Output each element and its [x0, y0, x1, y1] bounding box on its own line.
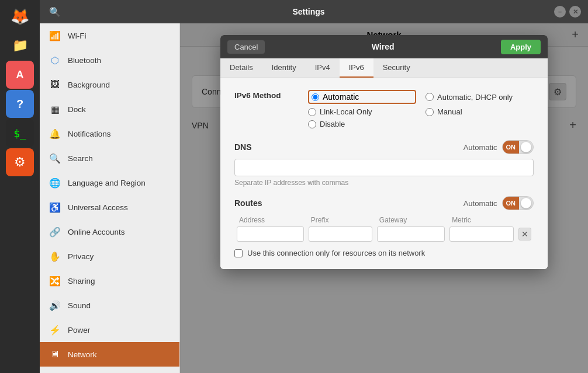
- app-settings[interactable]: ⚙: [6, 148, 34, 176]
- connection-only-label: Use this connection only for resources o…: [247, 249, 425, 257]
- sidebar-item-wifi[interactable]: 📶 Wi-Fi: [40, 23, 179, 48]
- route-address-input[interactable]: [237, 226, 304, 242]
- sidebar-item-bluetooth-label: Bluetooth: [68, 56, 101, 65]
- radio-automatic-dhcp-option[interactable]: Automatic, DHCP only: [426, 90, 534, 104]
- dns-label: DNS: [234, 142, 464, 152]
- online-icon: 🔗: [49, 226, 61, 238]
- route-gateway-input[interactable]: [377, 226, 445, 242]
- sidebar-item-search[interactable]: 🔍 Search: [40, 146, 179, 170]
- dns-input[interactable]: [234, 159, 534, 176]
- routes-toggle-on-label: ON: [503, 197, 520, 210]
- sidebar-item-sound[interactable]: 🔊 Sound: [40, 293, 179, 318]
- dns-section: DNS Automatic ON Separate IP addresses w…: [234, 140, 534, 187]
- app-help[interactable]: ?: [6, 90, 34, 118]
- radio-link-local-label: Link-Local Only: [320, 107, 372, 116]
- sidebar-item-sharing[interactable]: 🔀 Sharing: [40, 269, 179, 293]
- routes-label: Routes: [234, 198, 464, 208]
- modal-tabs: Details Identity IPv4 IPv6 Security: [220, 58, 548, 78]
- sidebar-item-dock[interactable]: ▦ Dock: [40, 97, 179, 121]
- privacy-icon: ✋: [49, 250, 61, 262]
- dns-row: DNS Automatic ON: [234, 140, 534, 154]
- sidebar-item-bluetooth[interactable]: ⬡ Bluetooth: [40, 48, 179, 72]
- sidebar-item-notifications[interactable]: 🔔 Notifications: [40, 121, 179, 146]
- sidebar-item-sound-label: Sound: [68, 301, 91, 310]
- routes-auto-label: Automatic: [464, 199, 497, 208]
- modal-apply-button[interactable]: Apply: [501, 40, 541, 54]
- radio-automatic[interactable]: [312, 93, 319, 101]
- sidebar-item-sharing-label: Sharing: [68, 277, 95, 285]
- radio-link-local[interactable]: [308, 108, 316, 116]
- power-icon: ⚡: [49, 324, 61, 336]
- sidebar-item-notifications-label: Notifications: [68, 130, 111, 138]
- app-firefox[interactable]: 🦊: [6, 2, 34, 30]
- settings-window: 🔍 Settings – ✕ 📶 Wi-Fi ⬡ Bluetooth 🖼 Bac…: [40, 0, 588, 373]
- sharing-icon: 🔀: [49, 275, 61, 287]
- content-panel: Network + Wired Connected ON ⚙: [180, 23, 588, 373]
- sidebar-item-online[interactable]: 🔗 Online Accounts: [40, 219, 179, 244]
- radio-link-local-option[interactable]: Link-Local Only: [308, 107, 416, 116]
- tab-details[interactable]: Details: [220, 58, 262, 78]
- app-terminal[interactable]: $_: [6, 119, 34, 147]
- modal-cancel-button[interactable]: Cancel: [227, 40, 265, 54]
- radio-manual-option[interactable]: Manual: [426, 107, 534, 116]
- dns-toggle-thumb: [521, 142, 531, 152]
- routes-col-gateway: Gateway: [375, 215, 447, 225]
- sound-icon: 🔊: [49, 299, 61, 311]
- sidebar-item-power[interactable]: ⚡ Power: [40, 318, 179, 342]
- bluetooth-icon: ⬡: [49, 54, 61, 66]
- dock-icon: ▦: [49, 103, 61, 115]
- topbar-controls: – ✕: [554, 6, 581, 18]
- connection-only-checkbox[interactable]: [234, 249, 243, 257]
- wired-config-modal: Cancel Wired Apply Details Identity IPv4…: [220, 35, 548, 269]
- ipv6-method-options: Automatic Automatic, DHCP only: [308, 90, 534, 128]
- language-icon: 🌐: [49, 177, 61, 189]
- radio-automatic-option[interactable]: Automatic: [308, 90, 416, 104]
- app-dock: 🦊 📁 A ? $_ ⚙: [0, 0, 40, 373]
- topbar: 🔍 Settings – ✕: [40, 0, 588, 23]
- route-prefix-input[interactable]: [309, 226, 372, 242]
- radio-manual[interactable]: [426, 108, 434, 116]
- radio-disable-option[interactable]: Disable: [308, 120, 416, 128]
- sidebar-item-universal[interactable]: ♿ Universal Access: [40, 195, 179, 219]
- dns-toggle[interactable]: ON: [502, 140, 534, 154]
- app-appstore[interactable]: A: [6, 61, 34, 89]
- route-metric-input[interactable]: [449, 226, 514, 242]
- minimize-button[interactable]: –: [554, 6, 566, 18]
- radio-automatic-dhcp[interactable]: [426, 93, 434, 101]
- app-files[interactable]: 📁: [6, 32, 34, 60]
- close-button[interactable]: ✕: [569, 6, 581, 18]
- tab-ipv6[interactable]: IPv6: [340, 58, 373, 78]
- notifications-icon: 🔔: [49, 128, 61, 140]
- sidebar-item-background[interactable]: 🖼 Background: [40, 72, 179, 97]
- sidebar-item-language[interactable]: 🌐 Language and Region: [40, 170, 179, 195]
- ipv6-method-row: IPv6 Method Automatic Auto: [234, 90, 534, 128]
- sidebar-item-network-label: Network: [68, 350, 97, 359]
- tab-ipv4[interactable]: IPv4: [306, 58, 340, 78]
- topbar-search-icon[interactable]: 🔍: [47, 4, 63, 20]
- routes-col-address: Address: [234, 215, 306, 225]
- tab-identity[interactable]: Identity: [262, 58, 306, 78]
- wifi-icon: 📶: [49, 30, 61, 41]
- sidebar-item-dock-label: Dock: [68, 105, 86, 114]
- table-row: ✕: [234, 225, 534, 243]
- sidebar-item-devices[interactable]: 🖨 Devices ›: [40, 367, 179, 373]
- routes-section: Routes Automatic ON Address: [234, 196, 534, 257]
- routes-toggle[interactable]: ON: [502, 196, 534, 210]
- sidebar-item-language-label: Language and Region: [68, 179, 146, 187]
- routes-col-prefix: Prefix: [306, 215, 375, 225]
- routes-row: Routes Automatic ON: [234, 196, 534, 210]
- sidebar-item-power-label: Power: [68, 326, 90, 334]
- sidebar-item-privacy[interactable]: ✋ Privacy: [40, 244, 179, 269]
- tab-security[interactable]: Security: [373, 58, 420, 78]
- radio-disable[interactable]: [308, 120, 316, 128]
- route-delete-button[interactable]: ✕: [518, 228, 531, 240]
- radio-automatic-label: Automatic: [323, 92, 359, 102]
- modal-overlay: Cancel Wired Apply Details Identity IPv4…: [180, 23, 588, 373]
- search-icon: 🔍: [49, 152, 61, 164]
- main-content: 📶 Wi-Fi ⬡ Bluetooth 🖼 Background ▦ Dock …: [40, 23, 588, 373]
- routes-table: Address Prefix Gateway Metric: [234, 215, 534, 243]
- ipv6-method-label: IPv6 Method: [234, 90, 299, 100]
- dns-auto-label: Automatic: [464, 143, 497, 152]
- sidebar-item-universal-label: Universal Access: [68, 203, 128, 212]
- sidebar-item-network[interactable]: 🖥 Network: [40, 342, 179, 367]
